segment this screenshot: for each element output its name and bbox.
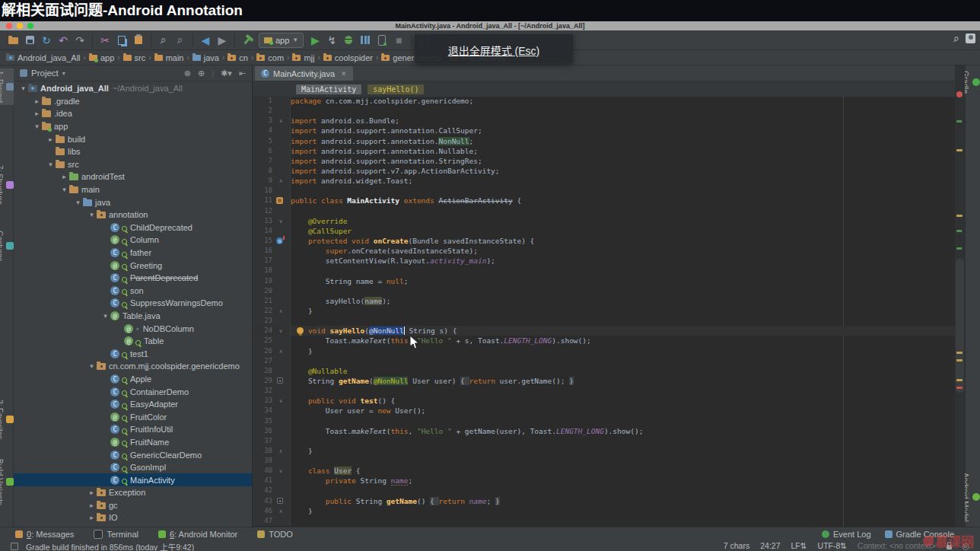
tool-button----structure[interactable]: 7: Structure <box>0 163 14 207</box>
code-line-12[interactable]: 12 <box>253 206 965 216</box>
stripe-mark-r[interactable] <box>956 387 963 389</box>
fold-marker[interactable]: ∧ <box>272 306 289 316</box>
code-line-43[interactable]: 43+ public String getName() { return nam… <box>253 496 965 506</box>
code-line-41[interactable]: 41 private String name; <box>253 476 965 486</box>
tree-item-mainactivity[interactable]: CMainActivity <box>14 473 252 486</box>
tree-item-easyadapter[interactable]: CEasyAdapter <box>14 398 252 411</box>
code-line-3[interactable]: 3∨import android.os.Bundle; <box>253 116 965 126</box>
code-line-8[interactable]: 8import android.support.v7.app.ActionBar… <box>253 166 965 176</box>
tree-item-containerdemo[interactable]: CContainerDemo <box>14 385 252 398</box>
tree-item-android-java-all[interactable]: ▾Android_java_All~/Android_java_All <box>14 82 252 95</box>
find-icon[interactable]: ⌕ <box>155 33 172 48</box>
breadcrumb-item-mjj[interactable]: mjj <box>292 53 314 62</box>
chevron-collapsed-icon[interactable]: ▸ <box>32 110 42 117</box>
tree-item-parentdeprecated[interactable]: CParentDeprecated <box>14 272 252 285</box>
forward-icon[interactable]: ▶ <box>214 33 231 48</box>
code-line-34[interactable]: 34 User user = new User(); <box>253 406 965 416</box>
code-line-39[interactable]: 39 <box>253 456 965 466</box>
context-class[interactable]: MainActivity <box>296 84 361 94</box>
tree-item-app[interactable]: ▾app <box>14 120 252 133</box>
chevron-expanded-icon[interactable]: ▾ <box>87 362 97 370</box>
tree-item-build[interactable]: ▸build <box>14 132 252 145</box>
tree-item-fruitinfoutil[interactable]: CFruitInfoUtil <box>14 423 252 436</box>
code-line-22[interactable]: 22∧ } <box>253 306 965 316</box>
fold-marker[interactable]: ∨ <box>272 216 289 226</box>
code-line-38[interactable]: 38∧ } <box>253 446 965 456</box>
code-line-14[interactable]: 14 @CallSuper <box>253 226 965 236</box>
code-line-37[interactable]: 37 <box>253 436 965 446</box>
tree-item-father[interactable]: Cfather <box>14 247 252 260</box>
code-line-40[interactable]: 40∨ class User { <box>253 466 965 476</box>
settings-gear-icon[interactable]: ✱▾ <box>221 68 232 78</box>
tree-item-gc[interactable]: ▸gc <box>14 499 252 512</box>
tree-item-annotation[interactable]: ▾annotation <box>14 209 252 221</box>
code-line-36[interactable]: 36 Toast.makeText(this, "Hello " + getNa… <box>253 426 965 436</box>
save-all-icon[interactable] <box>21 33 38 48</box>
code-line-28[interactable]: 28 @Nullable <box>253 366 965 376</box>
stripe-mark-g[interactable] <box>956 247 963 250</box>
breadcrumb-item-src[interactable]: src <box>123 53 146 62</box>
tool-button-android-model[interactable]: Android Model <box>965 470 980 524</box>
breadcrumb-item-java[interactable]: java <box>192 53 219 62</box>
back-icon[interactable]: ◀ <box>197 33 214 48</box>
code-line-9[interactable]: 9∧import android.widget.Toast; <box>253 176 965 186</box>
chevron-collapsed-icon[interactable]: ▸ <box>87 489 97 496</box>
undo-icon[interactable]: ↶ <box>55 33 72 48</box>
chevron-expanded-icon[interactable]: ▾ <box>73 199 83 206</box>
chevron-collapsed-icon[interactable]: ▸ <box>87 502 97 509</box>
code-line-19[interactable]: 19 String name = null; <box>253 276 965 286</box>
tree-item-java[interactable]: ▾java <box>14 196 252 209</box>
code-line-47[interactable]: 47 <box>253 516 965 526</box>
tree-item-src[interactable]: ▾src <box>14 158 252 171</box>
tree-item-nodbcolumn[interactable]: @∘NoDBColumn <box>14 322 252 335</box>
stripe-mark-y[interactable] <box>956 149 963 151</box>
overriding-method-icon[interactable]: o <box>276 237 283 244</box>
chevron-expanded-icon[interactable]: ▾ <box>32 123 42 130</box>
fold-marker[interactable]: ∨ <box>272 396 289 406</box>
chevron-collapsed-icon[interactable]: ▸ <box>46 135 56 143</box>
tree-item-genericcleardemo[interactable]: CGenericClearDemo <box>14 448 252 461</box>
chevron-down-icon[interactable]: ▾ <box>62 70 65 77</box>
tool-button-build-variants[interactable]: Build Variants <box>0 457 14 508</box>
tree-item-main[interactable]: ▾main <box>14 183 252 196</box>
fold-marker[interactable]: + <box>272 496 289 506</box>
tree-item-gsonimpl[interactable]: CGsonImpl <box>14 461 252 474</box>
instant-run-icon[interactable]: ↯ <box>323 33 340 48</box>
context-method[interactable]: sayHello() <box>368 84 424 94</box>
code-line-26[interactable]: 26∧ } <box>253 346 965 356</box>
code-line-46[interactable]: 46∧ } <box>253 506 965 516</box>
open-project-icon[interactable] <box>5 33 21 48</box>
fold-marker[interactable]: ∨ <box>272 116 289 126</box>
tree-item-exception[interactable]: ▸Exception <box>14 486 252 499</box>
fold-expand-icon[interactable]: + <box>277 377 283 384</box>
chevron-expanded-icon[interactable]: ▾ <box>59 186 69 193</box>
breadcrumb-item-com[interactable]: com <box>256 53 284 62</box>
code-line-42[interactable]: 42 <box>253 486 965 495</box>
exit-fullscreen-notification[interactable]: 退出全屏模式 (Esc) <box>415 34 573 63</box>
tree-item-fruitname[interactable]: @FruitName <box>14 436 252 449</box>
code-line-11[interactable]: 11public class MainActivity extends Acti… <box>253 196 965 205</box>
tree-item-suppresswarningsdemo[interactable]: CSuppressWarningsDemo <box>14 297 252 310</box>
code-line-6[interactable]: 6import android.support.annotation.Nulla… <box>253 146 965 156</box>
cut-icon[interactable]: ✂ <box>97 33 113 48</box>
stripe-mark-g[interactable] <box>956 120 963 123</box>
line-separator-widget[interactable]: LF⇅ <box>791 541 807 550</box>
chevron-expanded-icon[interactable]: ▾ <box>100 312 110 320</box>
stripe-mark-y[interactable] <box>956 215 963 217</box>
tree-item-son[interactable]: Cson <box>14 285 252 298</box>
search-everywhere-icon[interactable]: ⌕ <box>953 32 959 45</box>
fold-marker[interactable]: ∨ <box>272 466 289 476</box>
code-line-2[interactable]: 2 <box>253 106 965 116</box>
fold-expand-icon[interactable]: + <box>277 498 283 504</box>
tree-item-libs[interactable]: libs <box>14 145 252 158</box>
stripe-mark-y[interactable] <box>956 352 963 354</box>
code-line-32[interactable]: 32 <box>253 386 965 396</box>
encoding-widget[interactable]: UTF-8⇅ <box>818 541 848 550</box>
chevron-expanded-icon[interactable]: ▾ <box>46 161 56 168</box>
tree-item-column[interactable]: @Column <box>14 234 252 247</box>
code-line-29[interactable]: 29+ String getName(@NonNull User user) {… <box>253 376 965 386</box>
tree-item-table[interactable]: @Table <box>14 335 252 348</box>
redo-icon[interactable]: ↷ <box>72 33 88 48</box>
code-line-10[interactable]: 10 <box>253 186 965 196</box>
stripe-mark-y[interactable] <box>956 379 963 381</box>
